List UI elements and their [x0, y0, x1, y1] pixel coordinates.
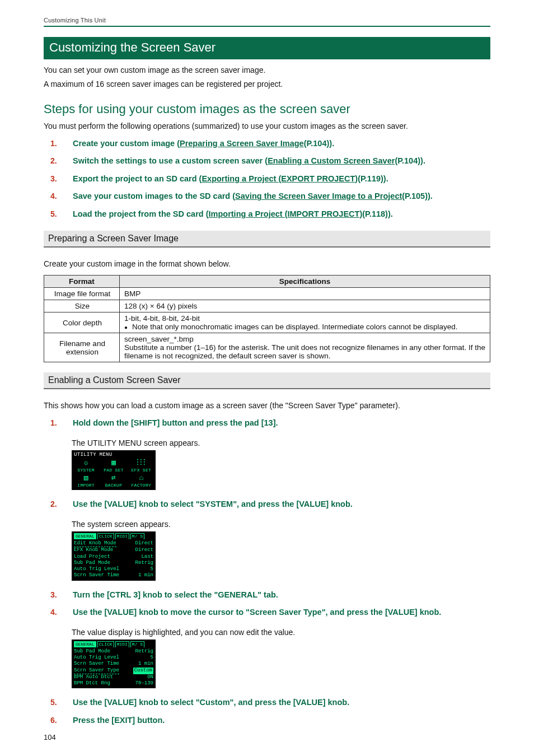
step-text: Export the project to an SD card (Export… — [73, 174, 490, 185]
enable-intro: This shows how you can load a custom ima… — [44, 400, 490, 411]
step-number: 5. — [50, 209, 59, 218]
tab-midi: MIDI — [115, 533, 129, 539]
list-item: 3. Turn the [CTRL 3] knob to select the … — [44, 586, 490, 604]
step-number: 5. — [50, 698, 59, 707]
list-item: 6. Press the [EXIT] button. — [44, 712, 490, 730]
sd-icon: ▧ — [74, 474, 98, 482]
breadcrumb: Customizing This Unit — [44, 17, 490, 27]
step-number: 2. — [50, 500, 59, 508]
step-text: Use the [VALUE] knob to select "Custom",… — [73, 697, 490, 708]
cell-label: Color depth — [44, 312, 120, 333]
step-text: Load the project from the SD card (Impor… — [73, 209, 490, 220]
table-row: Image file format BMP — [44, 288, 490, 300]
factory-icon: ⌂ — [129, 474, 153, 482]
tab-general: GENERAL — [74, 533, 96, 539]
procedure-list: 3. Turn the [CTRL 3] knob to select the … — [44, 586, 490, 622]
procedure-list: 1. Hold down the [SHIFT] button and pres… — [44, 414, 490, 432]
link-export-project[interactable]: Exporting a Project (EXPORT PROJECT) — [202, 174, 358, 183]
system-general-screenshot-1: GENERAL CLICK MIDI M/ S Edit Knob ModeDi… — [72, 531, 156, 581]
step-number: 1. — [50, 418, 59, 427]
cell-value: BMP — [120, 288, 490, 300]
link-enabling-custom[interactable]: Enabling a Custom Screen Saver — [268, 156, 395, 165]
cell-label: Size — [44, 300, 120, 312]
table-row: Filename and extension screen_saver_*.bm… — [44, 333, 490, 362]
link-saving-image[interactable]: Saving the Screen Saver Image to a Proje… — [235, 192, 402, 200]
step-text: Create your custom image (Preparing a Sc… — [73, 138, 490, 150]
list-item: 3. Export the project to an SD card (Exp… — [44, 170, 490, 188]
step-text: Turn the [CTRL 3] knob to select the "GE… — [73, 590, 490, 601]
list-item: 1. Create your custom image (Preparing a… — [44, 135, 490, 153]
table-row: Size 128 (x) × 64 (y) pixels — [44, 300, 490, 312]
cell-label: Image file format — [44, 288, 120, 300]
swap-icon: ⇄ — [101, 474, 125, 482]
th-format: Format — [44, 276, 120, 288]
procedure-list: 5. Use the [VALUE] knob to select "Custo… — [44, 694, 490, 729]
step-number: 4. — [50, 608, 59, 617]
step-number: 3. — [50, 174, 59, 183]
steps-intro: You must perform the following operation… — [44, 121, 490, 132]
gear-icon: ☼ — [74, 459, 98, 466]
procedure-list: 2. Use the [VALUE] knob to select "SYSTE… — [44, 496, 490, 514]
link-import-project[interactable]: Importing a Project (IMPORT PROJECT) — [209, 209, 363, 218]
list-item: 1. Hold down the [SHIFT] button and pres… — [44, 414, 490, 432]
tab-click: CLICK — [97, 641, 114, 647]
step-number: 6. — [50, 716, 59, 725]
tab-click: CLICK — [97, 533, 114, 539]
list-item: 5. Use the [VALUE] knob to select "Custo… — [44, 694, 490, 712]
tab-general: GENERAL — [74, 641, 96, 647]
list-item: 4. Use the [VALUE] knob to move the curs… — [44, 604, 490, 622]
step-text: Use the [VALUE] knob to move the cursor … — [73, 607, 490, 618]
heading-customizing: Customizing the Screen Saver — [44, 37, 490, 59]
system-general-screenshot-2: GENERAL CLICK MIDI M/ S Sub Pad ModeRetr… — [72, 640, 156, 689]
step-note: The value display is highlighted, and yo… — [72, 627, 490, 637]
step-text: Press the [EXIT] button. — [73, 715, 490, 726]
intro-line-2: A maximum of 16 screen saver images can … — [44, 79, 490, 90]
link-preparing-image[interactable]: Preparing a Screen Saver Image — [180, 139, 304, 148]
cell-value: 1-bit, 4-bit, 8-bit, 24-bit Note that on… — [120, 312, 490, 333]
intro-line-1: You can set your own custom image as the… — [44, 65, 490, 76]
tab-ms: M/ S — [130, 533, 144, 539]
utility-menu-screenshot: UTILITY MENU ☼ ▦ ᎒᎒᎒ SYSTEM PAD SET EFX … — [72, 450, 156, 490]
cell-label: Filename and extension — [44, 333, 120, 362]
overview-steps-list: 1. Create your custom image (Preparing a… — [44, 135, 490, 223]
th-spec: Specifications — [120, 276, 490, 288]
cell-value: 128 (x) × 64 (y) pixels — [120, 300, 490, 312]
list-item: 2. Switch the settings to use a custom s… — [44, 152, 490, 170]
step-number: 4. — [50, 192, 59, 200]
step-note: The system screen appears. — [72, 519, 490, 529]
page-number: 104 — [44, 733, 56, 741]
heading-enabling-custom: Enabling a Custom Screen Saver — [44, 372, 490, 389]
cell-value: screen_saver_*.bmp Substitute a number (… — [120, 333, 490, 362]
tab-ms: M/ S — [130, 641, 144, 647]
list-item: 5. Load the project from the SD card (Im… — [44, 206, 490, 223]
heading-preparing-image: Preparing a Screen Saver Image — [44, 231, 490, 248]
step-number: 3. — [50, 590, 59, 599]
list-item: 2. Use the [VALUE] knob to select "SYSTE… — [44, 496, 490, 514]
list-item: 4. Save your custom images to the SD car… — [44, 188, 490, 206]
prepare-intro: Create your custom image in the format s… — [44, 259, 490, 269]
grid-icon: ▦ — [101, 459, 125, 466]
heading-steps: Steps for using your custom images as th… — [44, 102, 490, 116]
step-text: Hold down the [SHIFT] button and press t… — [73, 418, 490, 429]
step-number: 2. — [50, 156, 59, 165]
step-note: The UTILITY MENU screen appears. — [72, 438, 490, 448]
format-spec-table: Format Specifications Image file format … — [44, 275, 490, 362]
step-text: Use the [VALUE] knob to select "SYSTEM",… — [73, 499, 490, 510]
table-row: Color depth 1-bit, 4-bit, 8-bit, 24-bit … — [44, 312, 490, 333]
tab-midi: MIDI — [115, 641, 129, 647]
step-text: Switch the settings to use a custom scre… — [73, 156, 490, 167]
step-number: 1. — [50, 139, 59, 148]
step-text: Save your custom images to the SD card (… — [73, 191, 490, 202]
sliders-icon: ᎒᎒᎒ — [129, 459, 153, 466]
